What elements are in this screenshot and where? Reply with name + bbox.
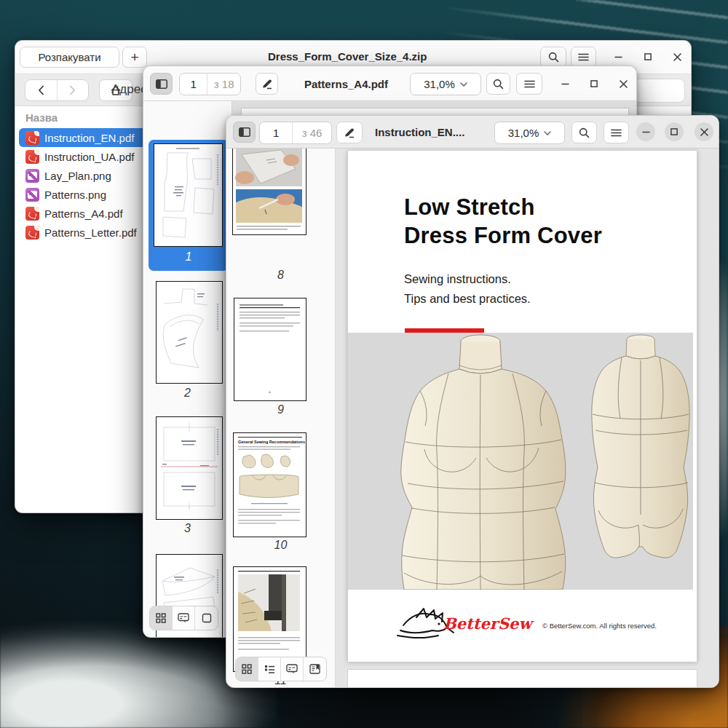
sidebar-icon xyxy=(239,127,250,137)
total-pages: з 18 xyxy=(207,78,240,90)
close-button[interactable] xyxy=(668,47,687,66)
page-thumbnail xyxy=(156,281,223,384)
hamburger-icon xyxy=(524,80,535,88)
thumbnails-sidebar: 8 9 General Sewing Recommend xyxy=(226,149,336,687)
chevron-left-icon xyxy=(38,85,44,95)
close-icon xyxy=(673,53,681,61)
column-header-name: Назва xyxy=(25,111,58,124)
attachment-icon xyxy=(202,613,212,623)
close-icon xyxy=(620,80,628,88)
menu-button[interactable] xyxy=(604,122,629,143)
page-number-field[interactable]: 1 з 18 xyxy=(179,73,241,95)
current-page: 1 xyxy=(260,127,292,139)
forward-button[interactable] xyxy=(58,80,89,100)
add-files-button[interactable]: + xyxy=(122,47,147,68)
zoom-dropdown[interactable]: 31,0% xyxy=(410,73,481,95)
current-page: 1 xyxy=(180,78,207,90)
search-icon xyxy=(493,79,504,90)
back-button[interactable] xyxy=(25,80,58,100)
chevron-right-icon xyxy=(69,85,76,95)
annotation-bubble-icon xyxy=(178,613,189,623)
thumbnail-page-number: 2 xyxy=(143,387,232,400)
minimize-button[interactable] xyxy=(555,74,574,93)
grid-icon xyxy=(242,664,252,674)
hamburger-icon xyxy=(578,53,589,61)
thumbnails-mode-button[interactable] xyxy=(150,606,173,630)
maximize-button[interactable] xyxy=(585,74,604,93)
close-icon xyxy=(700,128,708,136)
grid-icon xyxy=(156,613,166,623)
minimize-icon xyxy=(561,83,569,85)
search-button[interactable] xyxy=(486,73,510,95)
search-button[interactable] xyxy=(540,47,566,68)
sidebar-toggle-button[interactable] xyxy=(233,122,256,143)
thumbnail-selected[interactable]: 1 xyxy=(149,140,229,271)
annotate-button[interactable] xyxy=(336,122,363,143)
search-button[interactable] xyxy=(571,122,597,143)
minimize-button[interactable] xyxy=(609,47,628,66)
instruction-window-title: Instruction_EN.... xyxy=(375,126,464,138)
file-name: Instruction_UA.pdf xyxy=(44,151,134,163)
plus-icon: + xyxy=(130,50,138,66)
maximize-button[interactable] xyxy=(638,47,657,66)
maximize-icon xyxy=(590,80,598,87)
thumbnails-sidebar: 1 2 xyxy=(143,101,232,637)
menu-button[interactable] xyxy=(571,47,596,68)
pdf-file-icon xyxy=(25,207,39,221)
sidebar-mode-toolbar xyxy=(235,657,327,681)
maximize-icon xyxy=(670,128,678,135)
thumbnail-page-number: 8 xyxy=(226,269,335,282)
dress-form-front xyxy=(401,335,566,590)
sidebar-mode-toolbar xyxy=(149,606,218,630)
pen-icon xyxy=(261,79,273,90)
outline-list-icon xyxy=(264,665,274,674)
instruction-pdf-window: 1 з 46 Instruction_EN.... 31,0% xyxy=(226,115,719,688)
document-area[interactable]: Low Stretch Dress Form Cover Sewing inst… xyxy=(336,149,719,687)
pdf-file-icon xyxy=(25,131,39,145)
pen-icon xyxy=(344,127,355,138)
page-number-field[interactable]: 1 з 46 xyxy=(259,122,332,144)
zoom-dropdown[interactable]: 31,0% xyxy=(494,122,565,144)
maximize-button[interactable] xyxy=(665,122,684,141)
bookmarks-mode-button[interactable] xyxy=(304,657,326,681)
annotation-bubble-icon xyxy=(286,664,298,674)
document-subtitle: Sewing instructions. Tips and best pract… xyxy=(404,269,531,309)
annotations-mode-button[interactable] xyxy=(281,657,304,681)
address-label: Адрес xyxy=(111,82,147,97)
zoom-level: 31,0% xyxy=(424,78,455,90)
chevron-down-icon xyxy=(460,82,467,87)
annotations-mode-button[interactable] xyxy=(173,606,195,630)
attachments-mode-button[interactable] xyxy=(195,606,218,630)
minimize-icon xyxy=(642,131,650,133)
thumbnails-mode-button[interactable] xyxy=(236,657,258,681)
history-nav xyxy=(25,79,89,101)
zoom-level: 31,0% xyxy=(508,127,539,139)
brand-footer: BetterSew © BetterSew.com. All rights re… xyxy=(348,590,697,662)
dress-form-back xyxy=(592,335,689,558)
annotate-button[interactable] xyxy=(256,73,278,95)
bookmark-book-icon xyxy=(309,664,320,674)
minimize-icon xyxy=(614,56,622,58)
thumb-heading: General Sewing Recommendations xyxy=(238,440,305,444)
file-name: Instruction_EN.pdf xyxy=(44,132,134,144)
chevron-down-icon xyxy=(544,131,551,135)
pdf-file-icon xyxy=(25,226,39,240)
outline-mode-button[interactable] xyxy=(258,657,281,681)
page-thumbnail xyxy=(232,149,306,235)
file-name: Lay_Plan.png xyxy=(44,170,111,182)
page-thumbnail xyxy=(156,416,223,520)
image-file-icon xyxy=(25,188,39,202)
page-thumbnail xyxy=(234,298,306,401)
extract-button-label: Розпакувати xyxy=(38,51,100,63)
patterns-window-title: Patterns_A4.pdf xyxy=(304,78,388,90)
close-button[interactable] xyxy=(614,74,633,93)
pdf-page-2 xyxy=(347,669,697,688)
pdf-file-icon xyxy=(25,150,39,164)
sidebar-toggle-button[interactable] xyxy=(150,73,173,95)
document-title: Low Stretch Dress Form Cover xyxy=(404,193,602,250)
extract-button[interactable]: Розпакувати xyxy=(20,47,119,68)
close-button[interactable] xyxy=(695,122,713,141)
menu-button[interactable] xyxy=(516,73,542,95)
file-name: Patterns_Letter.pdf xyxy=(44,226,137,239)
minimize-button[interactable] xyxy=(636,122,655,141)
